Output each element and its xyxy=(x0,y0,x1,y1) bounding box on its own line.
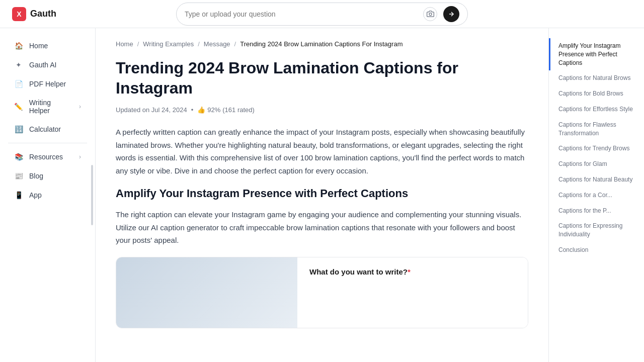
thumbs-up-icon: 👍 xyxy=(197,106,205,114)
search-input[interactable] xyxy=(185,10,419,18)
sidebar-divider xyxy=(8,143,87,143)
article-body: A perfectly written caption can greatly … xyxy=(116,126,528,247)
breadcrumb-sep: / xyxy=(234,40,236,48)
sidebar-item-calculator[interactable]: 🔢 Calculator xyxy=(4,120,91,139)
toc-item-1[interactable]: Captions for Natural Brows xyxy=(549,70,644,86)
sidebar-scroll-indicator xyxy=(91,165,93,225)
sidebar-item-resources[interactable]: 📚 Resources › xyxy=(4,147,91,166)
sidebar-item-home[interactable]: 🏠 Home xyxy=(4,36,91,55)
toc-item-0[interactable]: Amplify Your Instagram Presence with Per… xyxy=(549,38,644,70)
sidebar-label-pdf-helper: PDF Helper xyxy=(29,80,66,88)
camera-icon-button[interactable] xyxy=(423,7,437,21)
rating-count: (161 rated) xyxy=(222,106,255,114)
breadcrumb-link-0[interactable]: Home xyxy=(116,40,133,48)
sidebar-label-home: Home xyxy=(29,42,48,50)
section1-heading: Amplify Your Instagram Presence with Per… xyxy=(116,187,528,200)
toc-item-5[interactable]: Captions for Trendy Brows xyxy=(549,141,644,156)
layout: 🏠 Home ✦ Gauth AI 📄 PDF Helper ✏️ Writin… xyxy=(0,28,644,362)
article-meta: Updated on Jul 24, 2024 • 👍 92% (161 rat… xyxy=(116,106,528,114)
sidebar-item-app[interactable]: 📱 App xyxy=(4,186,91,205)
sidebar-label-calculator: Calculator xyxy=(29,125,61,133)
section1-body: The right caption can elevate your Insta… xyxy=(116,208,528,247)
article: Trending 2024 Brow Lamination Captions f… xyxy=(116,58,528,328)
table-of-contents: Amplify Your Instagram Presence with Per… xyxy=(548,28,644,362)
toc-item-9[interactable]: Captions for the P... xyxy=(549,203,644,219)
card-image xyxy=(116,257,297,328)
breadcrumb-sep: / xyxy=(198,40,200,48)
breadcrumb-link-1[interactable]: Writing Examples xyxy=(143,40,194,48)
sidebar: 🏠 Home ✦ Gauth AI 📄 PDF Helper ✏️ Writin… xyxy=(0,28,96,362)
toc-item-6[interactable]: Captions for Glam xyxy=(549,156,644,172)
sidebar-item-blog[interactable]: 📰 Blog xyxy=(4,166,91,186)
form-label: What do you want to write?* xyxy=(309,267,516,276)
toc-item-7[interactable]: Captions for Natural Beauty xyxy=(549,172,644,188)
form-required: * xyxy=(408,267,411,276)
sidebar-item-writing-helper[interactable]: ✏️ Writing Helper › xyxy=(4,94,91,120)
article-title: Trending 2024 Brow Lamination Captions f… xyxy=(116,58,528,98)
sidebar-label-blog: Blog xyxy=(29,172,43,180)
sidebar-label-resources: Resources xyxy=(29,153,63,161)
toc-item-4[interactable]: Captions for Flawless Transformation xyxy=(549,117,644,141)
chevron-right-icon: › xyxy=(79,153,81,160)
rating: 👍 92% (161 rated) xyxy=(197,106,255,114)
toc-item-2[interactable]: Captions for Bold Brows xyxy=(549,86,644,102)
article-card: What do you want to write?* xyxy=(116,257,528,328)
toc-item-11[interactable]: Conclusion xyxy=(549,242,644,258)
header: X Gauth xyxy=(0,0,644,28)
toc-list: Amplify Your Instagram Presence with Per… xyxy=(549,38,644,258)
search-bar[interactable] xyxy=(176,3,468,26)
sidebar-label-gauth-ai: Gauth AI xyxy=(29,61,56,69)
sidebar-label-app: App xyxy=(29,191,42,199)
app-icon: 📱 xyxy=(14,191,23,200)
blog-icon: 📰 xyxy=(14,171,23,180)
updated-date: Updated on Jul 24, 2024 xyxy=(116,106,187,114)
sidebar-label-writing-helper: Writing Helper xyxy=(29,99,73,115)
logo[interactable]: X Gauth xyxy=(12,7,56,21)
rating-percent: 92% xyxy=(207,106,220,114)
logo-text: Gauth xyxy=(30,9,56,19)
svg-point-0 xyxy=(429,13,432,16)
chevron-right-icon: › xyxy=(79,103,81,110)
logo-icon: X xyxy=(12,7,26,21)
calculator-icon: 🔢 xyxy=(14,125,23,134)
card-form: What do you want to write?* xyxy=(297,257,528,328)
resources-icon: 📚 xyxy=(14,152,23,161)
toc-item-10[interactable]: Captions for Expressing Individuality xyxy=(549,218,644,242)
writing-helper-icon: ✏️ xyxy=(14,102,23,111)
home-icon: 🏠 xyxy=(14,41,23,50)
sidebar-item-pdf-helper[interactable]: 📄 PDF Helper xyxy=(4,74,91,94)
sidebar-item-gauth-ai[interactable]: ✦ Gauth AI xyxy=(4,55,91,74)
main-content: Home/Writing Examples/Message/Trending 2… xyxy=(96,28,548,362)
breadcrumb-sep: / xyxy=(137,40,139,48)
gauth-ai-icon: ✦ xyxy=(14,60,23,69)
pdf-helper-icon: 📄 xyxy=(14,79,23,88)
breadcrumb: Home/Writing Examples/Message/Trending 2… xyxy=(116,40,528,48)
breadcrumb-link-2[interactable]: Message xyxy=(204,40,230,48)
toc-item-3[interactable]: Captions for Effortless Style xyxy=(549,102,644,117)
intro-paragraph: A perfectly written caption can greatly … xyxy=(116,126,528,177)
toc-item-8[interactable]: Captions for a Cor... xyxy=(549,188,644,203)
search-submit-button[interactable] xyxy=(443,6,459,22)
breadcrumb-current: Trending 2024 Brow Lamination Captions F… xyxy=(240,40,403,48)
separator: • xyxy=(191,106,194,114)
